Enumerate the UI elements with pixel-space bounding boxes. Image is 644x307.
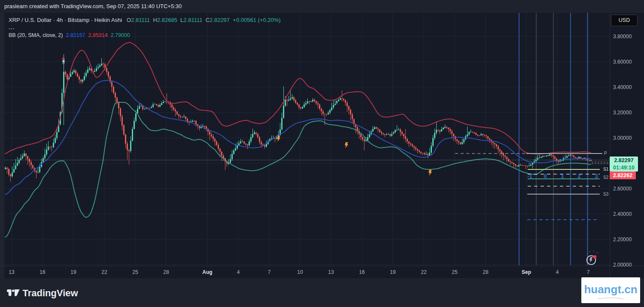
- svg-text:0: 0: [544, 173, 547, 179]
- svg-text:TradingView: TradingView: [23, 289, 79, 298]
- svg-text:2: 2: [577, 173, 580, 179]
- svg-text:3: 3: [595, 173, 598, 179]
- svg-text:-1: -1: [527, 173, 532, 179]
- svg-text:1: 1: [561, 173, 564, 179]
